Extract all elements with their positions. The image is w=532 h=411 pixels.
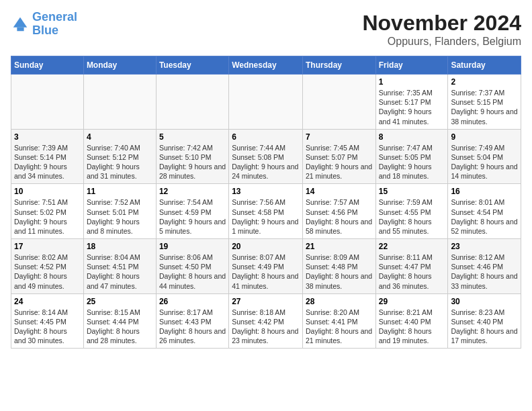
calendar-cell [156,75,228,130]
day-number: 11 [87,187,153,196]
day-number: 5 [159,132,226,142]
day-info: Sunrise: 7:52 AM Sunset: 5:01 PM Dayligh… [87,197,153,236]
day-number: 3 [14,132,81,142]
day-number: 21 [306,242,373,251]
calendar-header-monday: Monday [83,56,156,75]
day-number: 2 [451,77,518,87]
day-number: 28 [306,297,373,306]
calendar-week-row: 3Sunrise: 7:39 AM Sunset: 5:14 PM Daylig… [11,129,521,184]
calendar-week-row: 24Sunrise: 8:14 AM Sunset: 4:45 PM Dayli… [11,293,521,349]
day-info: Sunrise: 8:04 AM Sunset: 4:51 PM Dayligh… [87,253,153,291]
day-info: Sunrise: 7:45 AM Sunset: 5:07 PM Dayligh… [306,143,373,181]
title-block: November 2024 Oppuurs, Flanders, Belgium [362,11,521,48]
calendar-cell: 16Sunrise: 8:01 AM Sunset: 4:54 PM Dayli… [448,184,521,239]
calendar-cell: 4Sunrise: 7:40 AM Sunset: 5:12 PM Daylig… [83,129,156,184]
day-info: Sunrise: 7:57 AM Sunset: 4:56 PM Dayligh… [306,197,373,236]
day-info: Sunrise: 8:01 AM Sunset: 4:54 PM Dayligh… [451,197,518,236]
day-info: Sunrise: 8:07 AM Sunset: 4:49 PM Dayligh… [232,253,300,291]
day-info: Sunrise: 7:40 AM Sunset: 5:12 PM Dayligh… [87,143,153,181]
calendar-cell: 10Sunrise: 7:51 AM Sunset: 5:02 PM Dayli… [11,184,84,239]
calendar-cell: 2Sunrise: 7:37 AM Sunset: 5:15 PM Daylig… [448,75,521,130]
calendar-cell [83,75,156,130]
day-info: Sunrise: 7:42 AM Sunset: 5:10 PM Dayligh… [159,143,226,181]
day-info: Sunrise: 8:14 AM Sunset: 4:45 PM Dayligh… [14,308,81,346]
day-number: 19 [159,242,226,251]
page-title: November 2024 [362,11,521,36]
calendar-cell: 29Sunrise: 8:21 AM Sunset: 4:40 PM Dayli… [375,293,448,349]
day-number: 26 [159,297,226,306]
calendar-cell: 15Sunrise: 7:59 AM Sunset: 4:55 PM Dayli… [375,184,448,239]
day-number: 6 [232,132,300,142]
page-header: General Blue November 2024 Oppuurs, Flan… [11,11,521,48]
day-number: 7 [306,132,373,142]
day-number: 22 [379,242,445,251]
day-info: Sunrise: 8:11 AM Sunset: 4:47 PM Dayligh… [379,253,445,291]
page-subtitle: Oppuurs, Flanders, Belgium [362,36,521,48]
calendar-cell: 23Sunrise: 8:12 AM Sunset: 4:46 PM Dayli… [448,239,521,294]
calendar-cell: 20Sunrise: 8:07 AM Sunset: 4:49 PM Dayli… [229,239,303,294]
calendar-header-friday: Friday [375,56,448,75]
day-info: Sunrise: 7:51 AM Sunset: 5:02 PM Dayligh… [14,197,81,236]
calendar-header-wednesday: Wednesday [229,56,303,75]
calendar-table: SundayMondayTuesdayWednesdayThursdayFrid… [11,56,521,349]
calendar-cell: 11Sunrise: 7:52 AM Sunset: 5:01 PM Dayli… [83,184,156,239]
day-number: 1 [379,77,445,87]
day-number: 9 [451,132,518,142]
calendar-header-tuesday: Tuesday [156,56,228,75]
calendar-header-saturday: Saturday [448,56,521,75]
day-info: Sunrise: 7:47 AM Sunset: 5:05 PM Dayligh… [379,143,445,181]
logo: General Blue [11,11,77,38]
calendar-cell: 24Sunrise: 8:14 AM Sunset: 4:45 PM Dayli… [11,293,84,349]
day-info: Sunrise: 7:39 AM Sunset: 5:14 PM Dayligh… [14,143,81,181]
day-number: 15 [379,187,445,196]
day-info: Sunrise: 7:44 AM Sunset: 5:08 PM Dayligh… [232,143,300,181]
calendar-cell: 19Sunrise: 8:06 AM Sunset: 4:50 PM Dayli… [156,239,228,294]
day-number: 23 [451,242,518,251]
calendar-cell: 18Sunrise: 8:04 AM Sunset: 4:51 PM Dayli… [83,239,156,294]
calendar-cell: 5Sunrise: 7:42 AM Sunset: 5:10 PM Daylig… [156,129,228,184]
calendar-cell: 9Sunrise: 7:49 AM Sunset: 5:04 PM Daylig… [448,129,521,184]
calendar-cell: 26Sunrise: 8:17 AM Sunset: 4:43 PM Dayli… [156,293,228,349]
day-info: Sunrise: 8:21 AM Sunset: 4:40 PM Dayligh… [379,308,445,346]
calendar-cell: 3Sunrise: 7:39 AM Sunset: 5:14 PM Daylig… [11,129,84,184]
day-number: 8 [379,132,445,142]
calendar-cell: 28Sunrise: 8:20 AM Sunset: 4:41 PM Dayli… [302,293,375,349]
calendar-cell: 27Sunrise: 8:18 AM Sunset: 4:42 PM Dayli… [229,293,303,349]
day-info: Sunrise: 7:49 AM Sunset: 5:04 PM Dayligh… [451,143,518,181]
calendar-cell [302,75,375,130]
calendar-cell: 22Sunrise: 8:11 AM Sunset: 4:47 PM Dayli… [375,239,448,294]
calendar-cell: 7Sunrise: 7:45 AM Sunset: 5:07 PM Daylig… [302,129,375,184]
calendar-cell: 25Sunrise: 8:15 AM Sunset: 4:44 PM Dayli… [83,293,156,349]
calendar-cell: 8Sunrise: 7:47 AM Sunset: 5:05 PM Daylig… [375,129,448,184]
calendar-header-sunday: Sunday [11,56,84,75]
calendar-cell: 1Sunrise: 7:35 AM Sunset: 5:17 PM Daylig… [375,75,448,130]
calendar-cell: 14Sunrise: 7:57 AM Sunset: 4:56 PM Dayli… [302,184,375,239]
calendar-cell: 21Sunrise: 8:09 AM Sunset: 4:48 PM Dayli… [302,239,375,294]
day-number: 10 [14,187,81,196]
calendar-week-row: 10Sunrise: 7:51 AM Sunset: 5:02 PM Dayli… [11,184,521,239]
day-info: Sunrise: 7:35 AM Sunset: 5:17 PM Dayligh… [379,88,445,126]
day-number: 24 [14,297,81,306]
day-number: 13 [232,187,300,196]
calendar-cell: 13Sunrise: 7:56 AM Sunset: 4:58 PM Dayli… [229,184,303,239]
calendar-header-thursday: Thursday [302,56,375,75]
day-number: 18 [87,242,153,251]
day-info: Sunrise: 8:06 AM Sunset: 4:50 PM Dayligh… [159,253,226,291]
svg-marker-1 [17,27,24,31]
day-info: Sunrise: 7:56 AM Sunset: 4:58 PM Dayligh… [232,197,300,236]
day-number: 30 [451,297,518,306]
logo-text: General Blue [32,11,77,38]
svg-marker-0 [13,17,28,28]
calendar-cell: 30Sunrise: 8:23 AM Sunset: 4:40 PM Dayli… [448,293,521,349]
day-number: 4 [87,132,153,142]
day-number: 16 [451,187,518,196]
day-info: Sunrise: 8:20 AM Sunset: 4:41 PM Dayligh… [306,308,373,346]
calendar-cell [11,75,84,130]
day-info: Sunrise: 8:17 AM Sunset: 4:43 PM Dayligh… [159,308,226,346]
calendar-cell: 6Sunrise: 7:44 AM Sunset: 5:08 PM Daylig… [229,129,303,184]
day-info: Sunrise: 7:37 AM Sunset: 5:15 PM Dayligh… [451,88,518,126]
logo-icon [11,15,30,34]
day-info: Sunrise: 8:15 AM Sunset: 4:44 PM Dayligh… [87,308,153,346]
day-number: 14 [306,187,373,196]
calendar-header-row: SundayMondayTuesdayWednesdayThursdayFrid… [11,56,521,75]
